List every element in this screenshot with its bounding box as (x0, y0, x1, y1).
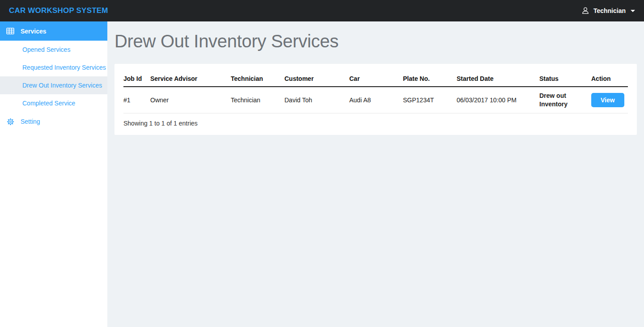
cell-customer: David Toh (284, 87, 349, 113)
col-header-car: Car (349, 72, 403, 87)
col-header-status: Status (539, 72, 591, 87)
caret-down-icon (631, 10, 635, 12)
sidebar-item-label: Opened Services (22, 46, 70, 53)
sidebar-item-completed-service[interactable]: Completed Service (0, 94, 107, 112)
cell-service-advisor: Owner (150, 87, 231, 113)
sidebar-services-label: Services (21, 28, 47, 35)
sidebar-setting-label: Setting (21, 118, 40, 125)
sidebar-item-drew-out-inventory-services[interactable]: Drew Out Inventory Services (0, 76, 107, 94)
cell-car: Audi A8 (349, 87, 403, 113)
sidebar-item-services[interactable]: Services (0, 21, 107, 41)
topbar: CAR WORKSHOP SYSTEM Technician (0, 0, 644, 21)
sidebar-item-requested-inventory-services[interactable]: Requested Inventory Services (0, 59, 107, 76)
table-entries-summary: Showing 1 to 1 of 1 entries (123, 113, 628, 127)
app-brand[interactable]: CAR WORKSHOP SYSTEM (9, 6, 108, 15)
cell-job-id: #1 (123, 87, 150, 113)
col-header-started-date: Started Date (457, 72, 539, 87)
services-table-card: Job Id Service Advisor Technician Custom… (114, 64, 637, 135)
cell-technician: Technician (231, 87, 284, 113)
services-table: Job Id Service Advisor Technician Custom… (123, 72, 628, 113)
table-header-row: Job Id Service Advisor Technician Custom… (123, 72, 628, 87)
cell-started-date: 06/03/2017 10:00 PM (457, 87, 539, 113)
col-header-technician: Technician (231, 72, 284, 87)
sidebar: Services Opened Services Requested Inven… (0, 21, 107, 327)
sidebar-item-label: Drew Out Inventory Services (22, 82, 102, 89)
cell-plate-no: SGP1234T (403, 87, 457, 113)
sidebar-submenu: Opened Services Requested Inventory Serv… (0, 41, 107, 112)
status-badge: Drew out Inventory (539, 87, 591, 113)
sidebar-item-opened-services[interactable]: Opened Services (0, 41, 107, 59)
person-icon (581, 7, 589, 15)
user-dropdown[interactable]: Technician (581, 7, 635, 15)
main-content: Drew Out Inventory Services Job Id Servi… (107, 21, 644, 327)
view-button[interactable]: View (591, 93, 624, 107)
sidebar-item-setting[interactable]: Setting (0, 112, 107, 131)
user-name: Technician (593, 7, 626, 14)
sidebar-item-label: Requested Inventory Services (22, 64, 106, 71)
col-header-customer: Customer (284, 72, 349, 87)
table-row: #1 Owner Technician David Toh Audi A8 SG… (123, 87, 628, 113)
col-header-plate-no: Plate No. (403, 72, 457, 87)
col-header-action: Action (591, 72, 628, 87)
col-header-service-advisor: Service Advisor (150, 72, 231, 87)
sidebar-item-label: Completed Service (22, 100, 75, 107)
table-icon (6, 28, 14, 34)
page-title: Drew Out Inventory Services (114, 31, 637, 51)
gear-icon (6, 117, 15, 126)
col-header-job-id: Job Id (123, 72, 150, 87)
cell-action: View (591, 87, 628, 113)
